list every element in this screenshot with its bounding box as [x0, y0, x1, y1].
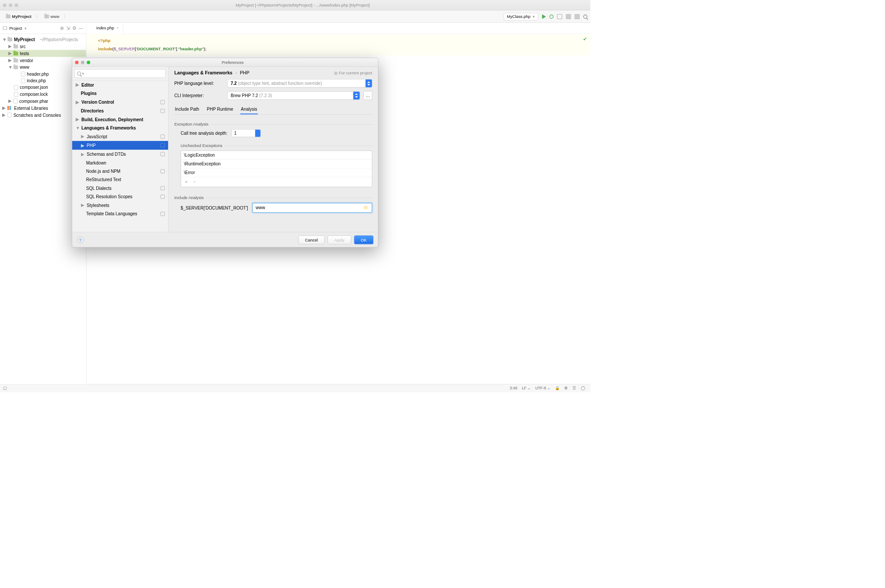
tab-label: index.php — [96, 25, 114, 30]
project-scope-icon — [161, 108, 165, 112]
search-input[interactable]: ▾ — [74, 69, 166, 78]
preferences-sidebar: ▾ ▶Editor Plugins ▶Version Control Direc… — [72, 67, 169, 232]
preferences-content: Languages & Frameworks › PHP ▦ For curre… — [169, 67, 378, 232]
status-line-ending[interactable]: LF ⌄ — [520, 386, 533, 390]
search-icon[interactable] — [583, 14, 587, 18]
status-position[interactable]: 3:49 — [508, 386, 520, 390]
tree-item-scratches[interactable]: Scratches and Consoles — [14, 112, 61, 117]
folder-icon — [44, 14, 49, 18]
project-scope-icon — [161, 100, 165, 104]
list-item[interactable]: \RuntimeException — [181, 160, 372, 168]
status-lock-icon[interactable]: 🔒 — [553, 386, 562, 390]
add-icon[interactable]: ＋ — [184, 179, 189, 185]
unchecked-exceptions-list[interactable]: \LogicException \RuntimeException \Error… — [181, 150, 372, 187]
pref-item-js[interactable]: ▶JavaScript — [72, 132, 168, 141]
project-scope-icon — [161, 169, 165, 173]
tab-include-path[interactable]: Include Path — [174, 105, 200, 114]
pref-item-languages[interactable]: ▼Languages & Frameworks — [72, 124, 168, 132]
tree-item-external-libraries[interactable]: External Libraries — [14, 105, 48, 110]
debug-icon[interactable] — [549, 14, 553, 18]
unchecked-exceptions-title: Unchecked Exceptions — [181, 143, 222, 148]
pref-item-directories[interactable]: Directories — [72, 106, 168, 115]
lang-level-select[interactable]: 7.2 (object type hint, abstract function… — [228, 79, 372, 88]
coverage-icon[interactable] — [557, 14, 562, 19]
preferences-breadcrumb: Languages & Frameworks › PHP ▦ For curre… — [174, 70, 372, 76]
cli-interpreter-select[interactable]: Brew PHP 7.2 (7.2.3) — [228, 91, 360, 99]
stop-icon[interactable] — [575, 14, 580, 19]
tree-item-vendor[interactable]: vendor — [20, 58, 33, 63]
stop-icon[interactable] — [566, 14, 571, 19]
pref-item-node[interactable]: Node.js and NPM — [72, 167, 168, 175]
pref-item-stylesheets[interactable]: ▶Stylesheets — [72, 201, 168, 210]
inspection-ok-icon[interactable]: ✔ — [583, 36, 587, 42]
tree-root[interactable]: MyProject — [14, 37, 35, 42]
chevron-down-icon: ▾ — [25, 26, 27, 31]
file-icon — [14, 92, 18, 97]
depth-spinner[interactable]: 1 — [232, 129, 261, 137]
folder-icon — [14, 45, 18, 49]
pref-item-build[interactable]: ▶Build, Execution, Deployment — [72, 115, 168, 124]
tree-item-header-php[interactable]: header.php — [27, 71, 49, 76]
include-analysis-title: Include Analysis — [174, 195, 204, 200]
breadcrumb-seg-project[interactable]: MyProject — [3, 13, 35, 20]
dialog-title: Preferences — [90, 60, 375, 65]
status-encoding[interactable]: UTF-8 ⌄ — [533, 386, 553, 390]
pref-item-template-langs[interactable]: Template Data Languages — [72, 210, 168, 218]
browse-button[interactable]: … — [363, 91, 372, 100]
preferences-tree[interactable]: ▶Editor Plugins ▶Version Control Directo… — [72, 80, 168, 232]
target-icon[interactable]: ⊕ — [60, 25, 64, 31]
pref-item-markdown[interactable]: Markdown — [72, 158, 168, 167]
status-misc-icon[interactable]: ☰ — [570, 386, 579, 390]
pref-item-sql[interactable]: SQL Dialects — [72, 184, 168, 192]
pref-item-vcs[interactable]: ▶Version Control — [72, 98, 168, 106]
folder-icon — [14, 59, 18, 63]
pref-item-plugins[interactable]: Plugins — [72, 89, 168, 98]
gear-icon[interactable]: ⚙ — [72, 25, 76, 31]
tree-item-index-php[interactable]: index.php — [27, 78, 46, 83]
tab-runtime[interactable]: PHP Runtime — [206, 105, 234, 114]
tree-item-composer-lock[interactable]: composer.lock — [20, 91, 48, 96]
sidebar-title[interactable]: Project — [9, 26, 22, 31]
collapse-icon[interactable]: ⇲ — [66, 25, 70, 31]
folder-icon[interactable]: 📁 — [363, 205, 369, 210]
tree-item-composer-phar[interactable]: composer.phar — [19, 98, 48, 103]
document-root-input[interactable]: www📁 — [252, 203, 372, 213]
list-item[interactable]: \LogicException — [181, 151, 372, 160]
sidebar-header: Project ▾ ⊕ ⇲ ⚙ — — [0, 23, 86, 34]
traffic-lights[interactable] — [3, 4, 18, 7]
help-button[interactable]: ? — [77, 236, 84, 243]
traffic-lights[interactable] — [75, 60, 90, 64]
tree-root-path: ~/PhpstormProjects — [40, 37, 78, 42]
editor-tabs: index.php× — [86, 23, 590, 34]
tree-item-composer-json[interactable]: composer.json — [20, 85, 48, 90]
cancel-button[interactable]: Cancel — [299, 235, 325, 244]
run-config-combo[interactable]: MyClass.php▾ — [504, 13, 538, 20]
tree-item-www[interactable]: www — [20, 65, 29, 70]
hide-icon[interactable]: — — [78, 25, 83, 31]
ok-button[interactable]: OK — [354, 235, 373, 244]
run-icon[interactable] — [542, 14, 546, 19]
pref-item-editor[interactable]: ▶Editor — [72, 80, 168, 89]
project-scope-icon — [161, 195, 165, 199]
chevron-down-icon: ▾ — [533, 14, 535, 19]
dialog-titlebar: Preferences — [72, 58, 378, 67]
tool-window-toggle-icon[interactable]: ▢ — [3, 386, 7, 390]
tab-analysis[interactable]: Analysis — [240, 105, 258, 114]
apply-button[interactable]: Apply — [327, 235, 351, 244]
code-editor[interactable]: <?php include($_SERVER['DOCUMENT_ROOT'].… — [86, 34, 590, 55]
tab-index-php[interactable]: index.php× — [86, 23, 123, 34]
status-gear-icon[interactable]: ⚙ — [562, 386, 570, 390]
tree-item-tests[interactable]: tests — [20, 51, 29, 56]
breadcrumb-seg-www[interactable]: www — [42, 13, 63, 20]
pref-item-schemas[interactable]: ▶Schemas and DTDs — [72, 150, 168, 158]
folder-icon — [14, 65, 18, 69]
dropdown-icon — [353, 91, 360, 99]
list-item[interactable]: \Error — [181, 168, 372, 177]
pref-item-sql-res[interactable]: SQL Resolution Scopes — [72, 192, 168, 201]
remove-icon[interactable]: － — [192, 179, 197, 185]
pref-item-php[interactable]: ▶PHP — [72, 141, 168, 150]
pref-item-rst[interactable]: ReStructured Text — [72, 175, 168, 184]
close-icon[interactable]: × — [116, 25, 119, 30]
status-notifications-icon[interactable]: ◯ — [578, 386, 587, 390]
tree-item-src[interactable]: src — [20, 44, 25, 49]
